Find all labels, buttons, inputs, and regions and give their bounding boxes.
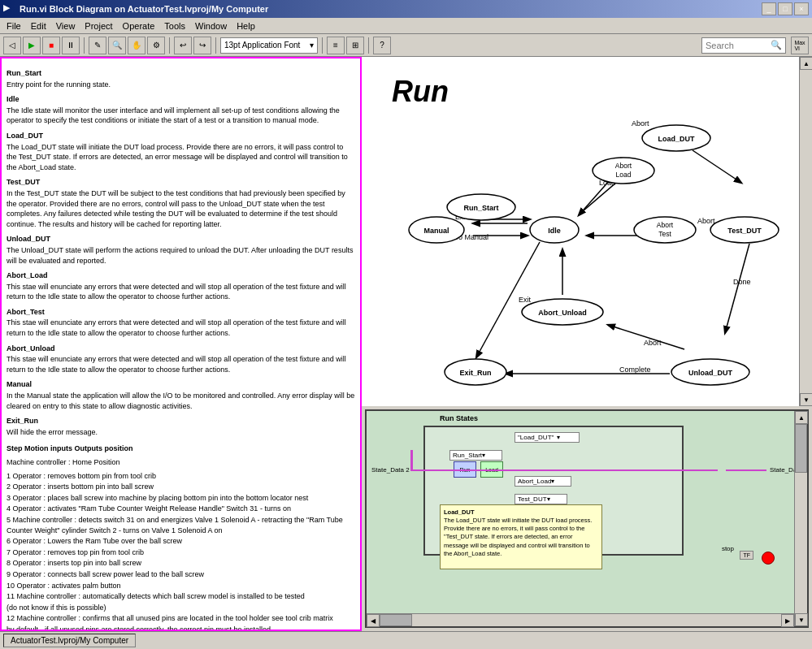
svg-text:Load_DUT: Load_DUT xyxy=(658,135,696,143)
run-states-label: Run States xyxy=(440,414,478,422)
menu-item-view[interactable]: View xyxy=(51,19,80,32)
separator-3 xyxy=(215,37,216,54)
svg-text:Manual: Manual xyxy=(423,227,449,235)
tool5-button[interactable]: ↩ xyxy=(174,37,192,54)
svg-text:Done: Done xyxy=(733,278,751,286)
abort-load-dropdown[interactable]: Abort_Load ▾ xyxy=(515,476,571,487)
tf-indicator: TF xyxy=(740,551,753,560)
svg-text:Abort: Abort xyxy=(632,119,649,128)
svg-text:Abort: Abort xyxy=(615,162,632,170)
step-item: 9 Operator : connects ball screw power l… xyxy=(7,569,355,580)
section-title-idle: Idle xyxy=(7,94,355,105)
section-body: This stae will enunciate any errors that… xyxy=(7,282,355,302)
tool3-button[interactable]: ✋ xyxy=(128,37,145,54)
scrollbar-vertical: ▲ ▼ xyxy=(794,411,807,626)
svg-text:Exit: Exit xyxy=(519,296,532,304)
scroll-up-button[interactable]: ▲ xyxy=(795,411,808,424)
test-dut-dropdown[interactable]: Test_DUT ▾ xyxy=(515,494,567,504)
diagram-scroll-up[interactable]: ▲ xyxy=(800,57,812,70)
menu-item-file[interactable]: File xyxy=(2,19,26,32)
pause-button[interactable]: ⏸ xyxy=(62,37,80,54)
run-start-dropdown[interactable]: Run_Start ▾ xyxy=(449,450,502,461)
search-box: 🔍 xyxy=(701,37,786,54)
title-bar: ▶ Run.vi Block Diagram on ActuatorTest.l… xyxy=(0,0,812,18)
scrollbar-horizontal: ◀ ▶ xyxy=(367,613,794,626)
step-header: Step Motion inputs Outputs position xyxy=(7,443,355,454)
menu-item-help[interactable]: Help xyxy=(232,19,260,32)
test-dut-value: Test_DUT xyxy=(518,495,547,503)
right-panel: Run Load Start Abort Abort xyxy=(362,57,812,631)
diagram-scroll-down[interactable]: ▼ xyxy=(800,393,812,406)
window-title: Run.vi Block Diagram on ActuatorTest.lvp… xyxy=(20,4,762,14)
separator-5 xyxy=(368,37,369,54)
svg-text:Load: Load xyxy=(616,171,632,179)
step-item: 6 Operator : Lowers the Ram Tube over th… xyxy=(7,536,355,547)
svg-text:Test: Test xyxy=(658,230,671,238)
scroll-right-button[interactable]: ▶ xyxy=(781,614,794,627)
tool4-button[interactable]: ⚙ xyxy=(147,37,165,54)
tool6-button[interactable]: ↪ xyxy=(193,37,211,54)
run-button[interactable]: ▶ xyxy=(23,37,41,54)
svg-text:Abort: Abort xyxy=(657,221,674,229)
scroll-down-button[interactable]: ▼ xyxy=(795,613,808,626)
menu-item-edit[interactable]: Edit xyxy=(26,19,51,32)
section-body: This stae will enunciate any errors that… xyxy=(7,318,355,338)
section-body: In the Manual state the application will… xyxy=(7,391,355,411)
align-button[interactable]: ≡ xyxy=(327,37,345,54)
toolbar: ◁ ▶ ■ ⏸ ✎ 🔍 ✋ ⚙ ↩ ↪ 13pt Application Fon… xyxy=(0,34,812,57)
svg-text:Complete: Complete xyxy=(619,366,651,374)
dropdown-arrow-icon4: ▾ xyxy=(551,478,554,485)
svg-text:Abort: Abort xyxy=(697,217,715,225)
separator-1 xyxy=(84,37,85,54)
back-button[interactable]: ◁ xyxy=(3,37,21,54)
tool1-button[interactable]: ✎ xyxy=(89,37,106,54)
diagram-title: Run xyxy=(392,75,449,108)
section-body: In the Test_DUT state the DUT will be su… xyxy=(7,188,355,229)
scroll-thumb-v[interactable] xyxy=(795,424,807,473)
separator-4 xyxy=(322,37,323,54)
step-item: 3 Operator : places ball screw into mach… xyxy=(7,493,355,504)
section-title-abort-load: Abort_Load xyxy=(7,270,355,281)
section-title-abort-unload: Abort_Unload xyxy=(7,344,355,354)
app-icon: ▶ xyxy=(3,2,16,15)
window-controls: _ □ × xyxy=(762,2,809,15)
machine-header: Machine controller : Home Position xyxy=(7,457,355,468)
close-button[interactable]: × xyxy=(794,2,809,15)
layout-button[interactable]: ⊞ xyxy=(346,37,364,54)
section-body: This stae will enunciate any errors that… xyxy=(7,354,355,374)
maximize-button[interactable]: □ xyxy=(778,2,792,15)
wire-magenta-r xyxy=(726,469,766,471)
menu-item-project[interactable]: Project xyxy=(80,19,117,32)
scroll-thumb-h[interactable] xyxy=(380,614,412,626)
menu-item-operate[interactable]: Operate xyxy=(118,19,160,32)
svg-line-4 xyxy=(693,150,741,183)
help-button[interactable]: ? xyxy=(373,37,391,54)
stop-circle-indicator xyxy=(762,552,775,565)
status-bar: ActuatorTest.lvproj/My Computer xyxy=(0,631,812,649)
max-vi-button[interactable]: MaxVI xyxy=(791,37,809,54)
tool2-button[interactable]: 🔍 xyxy=(108,37,126,54)
stop-button[interactable]: ■ xyxy=(42,37,60,54)
section-title-manual: Manual xyxy=(7,379,355,390)
section-body: The Load_DUT state will initiate the DUT… xyxy=(7,142,355,173)
font-dropdown-text: 13pt Application Font xyxy=(224,41,300,50)
menu-item-window[interactable]: Window xyxy=(190,19,232,32)
search-input[interactable] xyxy=(706,41,771,50)
section-body: The Unload_DUT state will perform the ac… xyxy=(7,245,355,266)
section-title-exit-run: Exit_Run xyxy=(7,416,355,426)
block-diagram-container: Run States "Load_DUT" ▾ Run_Start ▾ Run xyxy=(365,409,809,628)
font-dropdown[interactable]: 13pt Application Font ▾ xyxy=(220,37,318,54)
wire-magenta-v xyxy=(410,450,413,471)
scroll-left-button[interactable]: ◀ xyxy=(367,614,380,627)
step-item: 7 Operator : removes top pin from tool c… xyxy=(7,547,355,558)
dropdown-arrow-icon2: ▾ xyxy=(557,434,560,441)
left-panel: Run_StartEntry point for the running sta… xyxy=(0,57,362,631)
minimize-button[interactable]: _ xyxy=(762,2,776,15)
menu-item-tools[interactable]: Tools xyxy=(159,19,190,32)
step-item: (do not know if this is possible) xyxy=(7,603,355,613)
svg-text:Exit_Run: Exit_Run xyxy=(459,369,491,377)
wire-magenta xyxy=(410,469,718,471)
run-states-dropdown[interactable]: "Load_DUT" ▾ xyxy=(515,432,580,443)
step-item: 12 Machine controller : confirms that al… xyxy=(7,613,355,624)
svg-text:Abort: Abort xyxy=(644,339,662,347)
